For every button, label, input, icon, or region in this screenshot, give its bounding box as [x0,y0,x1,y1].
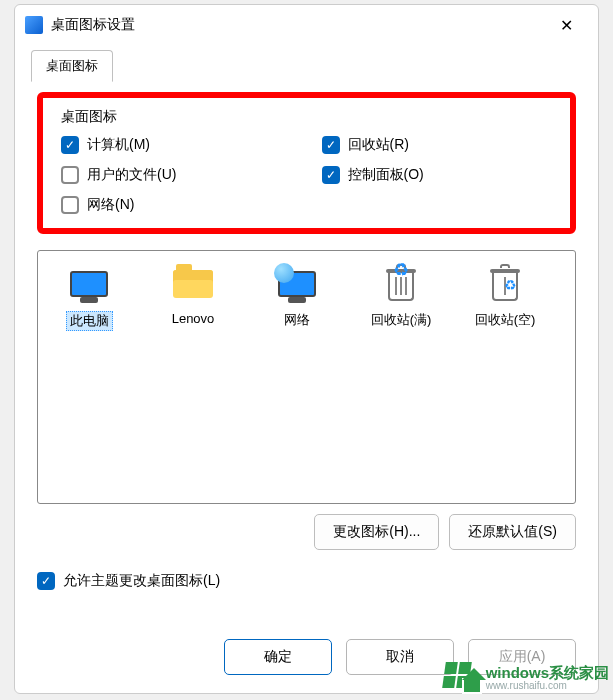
checkbox-label: 控制面板(O) [348,166,424,184]
watermark-logo-icon [442,660,482,696]
checkbox-icon [61,196,79,214]
checkbox-icon: ✓ [322,166,340,184]
tab-label: 桌面图标 [46,58,98,73]
content-area: 桌面图标 ✓ 计算机(M) ✓ 回收站(R) 用户的文件(U) ✓ 控制面板(O… [15,82,598,625]
icon-item-lenovo[interactable]: Lenovo [148,261,238,326]
watermark-text: windows系统家园 www.rushaifu.com [486,665,609,691]
restore-default-button[interactable]: 还原默认值(S) [449,514,576,550]
checkbox-label: 回收站(R) [348,136,409,154]
desktop-icons-group: 桌面图标 ✓ 计算机(M) ✓ 回收站(R) 用户的文件(U) ✓ 控制面板(O… [37,92,576,234]
watermark: windows系统家园 www.rushaifu.com [442,660,609,696]
watermark-line1: windows系统家园 [486,665,609,681]
checkbox-icon: ✓ [37,572,55,590]
titlebar: 桌面图标设置 ✕ [15,5,598,45]
checkbox-network[interactable]: 网络(N) [61,196,292,214]
recycle-full-icon: ♻ [356,261,446,307]
checkbox-icon: ✓ [322,136,340,154]
tab-desktop-icons[interactable]: 桌面图标 [31,50,113,82]
checkbox-controlpanel[interactable]: ✓ 控制面板(O) [322,166,553,184]
group-label: 桌面图标 [61,108,552,126]
icon-preview-list[interactable]: 此电脑 Lenovo 网络 ♻ [37,250,576,504]
tabbar: 桌面图标 [15,45,598,82]
checkbox-label: 网络(N) [87,196,134,214]
icon-item-this-pc[interactable]: 此电脑 [44,261,134,331]
icon-label: 回收站(满) [371,311,432,329]
ok-button[interactable]: 确定 [224,639,332,675]
checkbox-computer[interactable]: ✓ 计算机(M) [61,136,292,154]
checkbox-label: 用户的文件(U) [87,166,176,184]
settings-dialog: 桌面图标设置 ✕ 桌面图标 桌面图标 ✓ 计算机(M) ✓ 回收站(R) [14,4,599,694]
icon-label: 此电脑 [66,311,113,331]
icon-item-recycle-empty[interactable]: ♻ 回收站(空) [460,261,550,329]
network-icon [252,261,342,307]
icon-label: Lenovo [172,311,215,326]
icon-label: 回收站(空) [475,311,536,329]
checkbox-recyclebin[interactable]: ✓ 回收站(R) [322,136,553,154]
folder-icon [148,261,238,307]
icon-item-network[interactable]: 网络 [252,261,342,329]
app-icon [25,16,43,34]
close-button[interactable]: ✕ [544,10,588,40]
icon-action-row: 更改图标(H)... 还原默认值(S) [37,514,576,550]
checkbox-label: 允许主题更改桌面图标(L) [63,572,220,590]
allow-theme-checkbox[interactable]: ✓ 允许主题更改桌面图标(L) [37,572,576,590]
recycle-empty-icon: ♻ [460,261,550,307]
close-icon: ✕ [560,16,573,35]
icon-item-recycle-full[interactable]: ♻ 回收站(满) [356,261,446,329]
checkbox-userfiles[interactable]: 用户的文件(U) [61,166,292,184]
window-title: 桌面图标设置 [51,16,544,34]
cancel-button[interactable]: 取消 [346,639,454,675]
icon-label: 网络 [284,311,310,329]
this-pc-icon [44,261,134,307]
checkbox-icon [61,166,79,184]
checkbox-label: 计算机(M) [87,136,150,154]
checkbox-icon: ✓ [61,136,79,154]
change-icon-button[interactable]: 更改图标(H)... [314,514,439,550]
watermark-line2: www.rushaifu.com [486,681,609,692]
checkbox-grid: ✓ 计算机(M) ✓ 回收站(R) 用户的文件(U) ✓ 控制面板(O) [61,136,552,214]
